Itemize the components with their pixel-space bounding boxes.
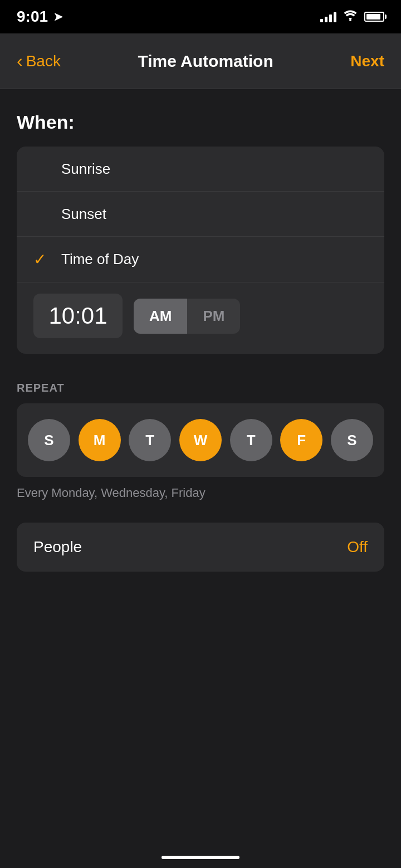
home-indicator — [162, 856, 239, 859]
signal-bars-icon — [320, 11, 336, 22]
day-friday[interactable]: F — [280, 419, 322, 461]
repeat-section-label: REPEAT — [17, 382, 384, 394]
pm-button[interactable]: PM — [187, 299, 240, 334]
when-card: Sunrise Sunset ✓ Time of Day 10:01 AM PM — [17, 147, 384, 354]
page-title: Time Automation — [138, 52, 273, 71]
sunset-option[interactable]: Sunset — [17, 192, 384, 237]
day-thursday[interactable]: T — [230, 419, 272, 461]
time-of-day-option[interactable]: ✓ Time of Day — [17, 237, 384, 282]
people-value: Off — [347, 538, 368, 556]
day-wednesday[interactable]: W — [179, 419, 222, 461]
back-label: Back — [26, 52, 61, 70]
sunrise-label: Sunrise — [61, 160, 110, 178]
am-pm-group: AM PM — [134, 299, 240, 334]
people-card[interactable]: People Off — [17, 523, 384, 572]
day-saturday[interactable]: S — [331, 419, 373, 461]
main-content: When: Sunrise Sunset ✓ Time of Day 10:01… — [0, 89, 401, 868]
back-button[interactable]: ‹ Back — [17, 51, 61, 71]
wifi-icon — [343, 10, 358, 24]
sunrise-check — [33, 160, 53, 178]
when-section-title: When: — [17, 111, 384, 133]
nav-bar: ‹ Back Time Automation Next — [0, 33, 401, 89]
repeat-description: Every Monday, Wednesday, Friday — [17, 486, 384, 500]
time-value-display[interactable]: 10:01 — [33, 294, 123, 338]
status-bar: 9:01 ➤ — [0, 0, 401, 33]
next-button[interactable]: Next — [350, 52, 384, 70]
sunrise-option[interactable]: Sunrise — [17, 147, 384, 192]
days-card: S M T W T F S — [17, 403, 384, 477]
sunset-check — [33, 205, 53, 223]
time-picker-row: 10:01 AM PM — [17, 282, 384, 354]
sunset-label: Sunset — [61, 206, 106, 223]
day-monday[interactable]: M — [79, 419, 121, 461]
location-icon: ➤ — [53, 10, 63, 23]
day-tuesday[interactable]: T — [129, 419, 171, 461]
day-sunday[interactable]: S — [28, 419, 70, 461]
svg-point-0 — [349, 19, 351, 21]
time-display-status: 9:01 — [17, 8, 48, 26]
time-of-day-label: Time of Day — [61, 251, 139, 268]
am-button[interactable]: AM — [134, 299, 187, 334]
status-icons — [320, 10, 384, 24]
battery-icon — [364, 12, 384, 22]
time-of-day-check: ✓ — [33, 250, 53, 269]
status-time: 9:01 ➤ — [17, 8, 63, 26]
days-row: S M T W T F S — [28, 419, 373, 461]
chevron-left-icon: ‹ — [17, 51, 23, 71]
people-label: People — [33, 538, 82, 556]
